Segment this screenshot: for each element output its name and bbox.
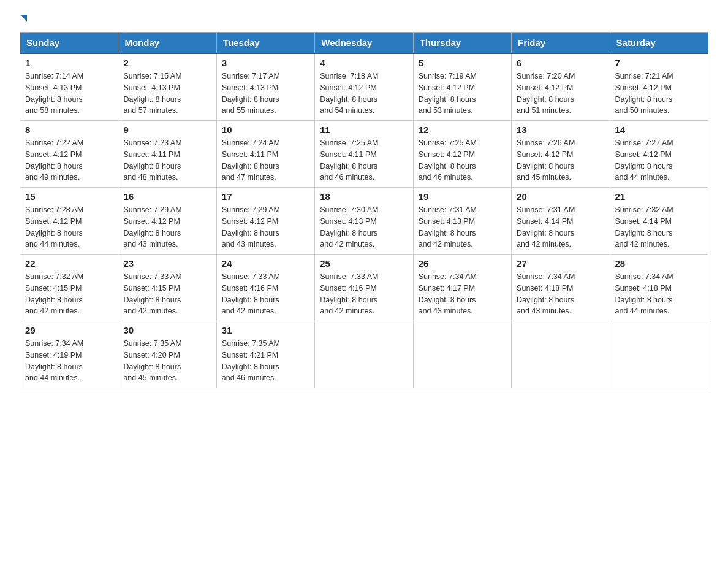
column-header-tuesday: Tuesday xyxy=(216,33,314,54)
calendar-cell: 19Sunrise: 7:31 AMSunset: 4:13 PMDayligh… xyxy=(413,188,511,255)
calendar-cell: 7Sunrise: 7:21 AMSunset: 4:12 PMDaylight… xyxy=(610,53,708,121)
day-info: Sunrise: 7:20 AMSunset: 4:12 PMDaylight:… xyxy=(517,71,604,117)
day-info: Sunrise: 7:35 AMSunset: 4:21 PMDaylight:… xyxy=(222,338,309,384)
day-info: Sunrise: 7:29 AMSunset: 4:12 PMDaylight:… xyxy=(123,204,211,250)
day-number: 17 xyxy=(222,191,309,202)
day-info: Sunrise: 7:31 AMSunset: 4:14 PMDaylight:… xyxy=(517,204,604,250)
calendar-cell: 27Sunrise: 7:34 AMSunset: 4:18 PMDayligh… xyxy=(512,255,610,321)
day-number: 23 xyxy=(123,258,211,269)
calendar-cell: 15Sunrise: 7:28 AMSunset: 4:12 PMDayligh… xyxy=(20,188,118,255)
day-number: 3 xyxy=(222,58,309,68)
day-number: 15 xyxy=(25,191,113,202)
day-info: Sunrise: 7:34 AMSunset: 4:18 PMDaylight:… xyxy=(517,271,604,317)
calendar-cell xyxy=(315,321,413,388)
day-info: Sunrise: 7:33 AMSunset: 4:16 PMDaylight:… xyxy=(222,271,309,317)
day-number: 18 xyxy=(320,191,408,202)
calendar-table: SundayMondayTuesdayWednesdayThursdayFrid… xyxy=(20,32,708,388)
day-number: 31 xyxy=(222,325,309,335)
day-number: 20 xyxy=(517,191,604,202)
calendar-week-3: 15Sunrise: 7:28 AMSunset: 4:12 PMDayligh… xyxy=(20,188,708,255)
calendar-cell: 12Sunrise: 7:25 AMSunset: 4:12 PMDayligh… xyxy=(413,121,511,188)
day-info: Sunrise: 7:31 AMSunset: 4:13 PMDaylight:… xyxy=(419,204,506,250)
day-info: Sunrise: 7:28 AMSunset: 4:12 PMDaylight:… xyxy=(25,204,113,250)
day-number: 26 xyxy=(419,258,506,269)
day-info: Sunrise: 7:34 AMSunset: 4:17 PMDaylight:… xyxy=(419,271,506,317)
calendar-cell xyxy=(413,321,511,388)
column-header-friday: Friday xyxy=(512,33,610,54)
logo xyxy=(20,15,27,22)
calendar-week-1: 1Sunrise: 7:14 AMSunset: 4:13 PMDaylight… xyxy=(20,53,708,121)
day-number: 11 xyxy=(320,124,408,135)
day-number: 14 xyxy=(615,124,703,135)
calendar-cell: 31Sunrise: 7:35 AMSunset: 4:21 PMDayligh… xyxy=(216,321,314,388)
calendar-cell: 17Sunrise: 7:29 AMSunset: 4:12 PMDayligh… xyxy=(216,188,314,255)
day-info: Sunrise: 7:21 AMSunset: 4:12 PMDaylight:… xyxy=(615,71,703,117)
calendar-cell: 18Sunrise: 7:30 AMSunset: 4:13 PMDayligh… xyxy=(315,188,413,255)
day-number: 13 xyxy=(517,124,604,135)
day-info: Sunrise: 7:33 AMSunset: 4:16 PMDaylight:… xyxy=(320,271,408,317)
day-info: Sunrise: 7:33 AMSunset: 4:15 PMDaylight:… xyxy=(123,271,211,317)
day-info: Sunrise: 7:32 AMSunset: 4:15 PMDaylight:… xyxy=(25,271,113,317)
day-info: Sunrise: 7:32 AMSunset: 4:14 PMDaylight:… xyxy=(615,204,703,250)
calendar-cell xyxy=(512,321,610,388)
day-number: 6 xyxy=(517,58,604,68)
day-info: Sunrise: 7:22 AMSunset: 4:12 PMDaylight:… xyxy=(25,137,113,183)
column-header-saturday: Saturday xyxy=(610,33,708,54)
logo-arrow-icon xyxy=(21,15,27,22)
day-info: Sunrise: 7:14 AMSunset: 4:13 PMDaylight:… xyxy=(25,71,113,117)
column-header-wednesday: Wednesday xyxy=(315,33,413,54)
day-number: 9 xyxy=(123,124,211,135)
day-info: Sunrise: 7:30 AMSunset: 4:13 PMDaylight:… xyxy=(320,204,408,250)
calendar-cell: 14Sunrise: 7:27 AMSunset: 4:12 PMDayligh… xyxy=(610,121,708,188)
day-number: 4 xyxy=(320,58,408,68)
column-header-thursday: Thursday xyxy=(413,33,511,54)
calendar-cell: 20Sunrise: 7:31 AMSunset: 4:14 PMDayligh… xyxy=(512,188,610,255)
calendar-cell: 26Sunrise: 7:34 AMSunset: 4:17 PMDayligh… xyxy=(413,255,511,321)
day-number: 10 xyxy=(222,124,309,135)
calendar-cell: 10Sunrise: 7:24 AMSunset: 4:11 PMDayligh… xyxy=(216,121,314,188)
day-info: Sunrise: 7:27 AMSunset: 4:12 PMDaylight:… xyxy=(615,137,703,183)
calendar-cell: 29Sunrise: 7:34 AMSunset: 4:19 PMDayligh… xyxy=(20,321,118,388)
day-number: 19 xyxy=(419,191,506,202)
day-info: Sunrise: 7:18 AMSunset: 4:12 PMDaylight:… xyxy=(320,71,408,117)
calendar-cell: 2Sunrise: 7:15 AMSunset: 4:13 PMDaylight… xyxy=(118,53,216,121)
day-number: 28 xyxy=(615,258,703,269)
day-number: 22 xyxy=(25,258,113,269)
day-number: 30 xyxy=(123,325,211,335)
day-info: Sunrise: 7:29 AMSunset: 4:12 PMDaylight:… xyxy=(222,204,309,250)
column-header-monday: Monday xyxy=(118,33,216,54)
calendar-cell: 5Sunrise: 7:19 AMSunset: 4:12 PMDaylight… xyxy=(413,53,511,121)
calendar-header-row: SundayMondayTuesdayWednesdayThursdayFrid… xyxy=(20,33,708,54)
day-info: Sunrise: 7:25 AMSunset: 4:12 PMDaylight:… xyxy=(419,137,506,183)
calendar-cell: 4Sunrise: 7:18 AMSunset: 4:12 PMDaylight… xyxy=(315,53,413,121)
day-number: 8 xyxy=(25,124,113,135)
day-number: 7 xyxy=(615,58,703,68)
day-number: 29 xyxy=(25,325,113,335)
calendar-week-5: 29Sunrise: 7:34 AMSunset: 4:19 PMDayligh… xyxy=(20,321,708,388)
calendar-cell: 28Sunrise: 7:34 AMSunset: 4:18 PMDayligh… xyxy=(610,255,708,321)
day-number: 1 xyxy=(25,58,113,68)
calendar-cell: 24Sunrise: 7:33 AMSunset: 4:16 PMDayligh… xyxy=(216,255,314,321)
calendar-cell: 3Sunrise: 7:17 AMSunset: 4:13 PMDaylight… xyxy=(216,53,314,121)
day-number: 27 xyxy=(517,258,604,269)
calendar-cell: 8Sunrise: 7:22 AMSunset: 4:12 PMDaylight… xyxy=(20,121,118,188)
day-number: 12 xyxy=(419,124,506,135)
day-number: 2 xyxy=(123,58,211,68)
day-info: Sunrise: 7:19 AMSunset: 4:12 PMDaylight:… xyxy=(419,71,506,117)
calendar-cell: 9Sunrise: 7:23 AMSunset: 4:11 PMDaylight… xyxy=(118,121,216,188)
calendar-cell: 21Sunrise: 7:32 AMSunset: 4:14 PMDayligh… xyxy=(610,188,708,255)
page-header xyxy=(20,15,708,22)
day-info: Sunrise: 7:23 AMSunset: 4:11 PMDaylight:… xyxy=(123,137,211,183)
day-number: 24 xyxy=(222,258,309,269)
calendar-cell: 13Sunrise: 7:26 AMSunset: 4:12 PMDayligh… xyxy=(512,121,610,188)
calendar-week-4: 22Sunrise: 7:32 AMSunset: 4:15 PMDayligh… xyxy=(20,255,708,321)
day-info: Sunrise: 7:17 AMSunset: 4:13 PMDaylight:… xyxy=(222,71,309,117)
day-info: Sunrise: 7:34 AMSunset: 4:19 PMDaylight:… xyxy=(25,338,113,384)
calendar-cell: 23Sunrise: 7:33 AMSunset: 4:15 PMDayligh… xyxy=(118,255,216,321)
day-number: 21 xyxy=(615,191,703,202)
day-info: Sunrise: 7:26 AMSunset: 4:12 PMDaylight:… xyxy=(517,137,604,183)
calendar-body: 1Sunrise: 7:14 AMSunset: 4:13 PMDaylight… xyxy=(20,53,708,388)
day-info: Sunrise: 7:15 AMSunset: 4:13 PMDaylight:… xyxy=(123,71,211,117)
day-info: Sunrise: 7:34 AMSunset: 4:18 PMDaylight:… xyxy=(615,271,703,317)
day-number: 25 xyxy=(320,258,408,269)
